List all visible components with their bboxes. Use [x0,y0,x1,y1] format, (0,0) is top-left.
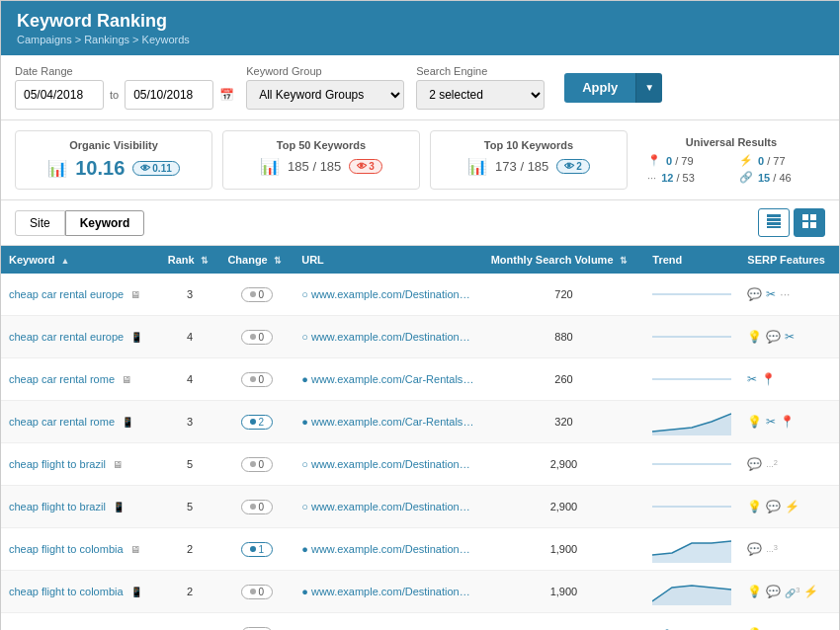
keyword-cell[interactable]: cheap flight to colombia 📱 [1,571,160,613]
change-cell: 0 [219,316,294,358]
change-badge: 1 [241,542,274,557]
trend-cell [644,316,739,358]
rank-cell: 3 [160,274,220,316]
table-header-row: Keyword ▲ Rank ⇅ Change ⇅ URL Monthly Se… [1,246,839,274]
apply-button[interactable]: Apply [564,73,635,103]
tab-site[interactable]: Site [15,210,65,236]
serp-chat-icon: 💬 [747,542,762,556]
keyword-cell[interactable]: cheap car rental europe 📱 [1,316,160,358]
ur-bolt-icon: ⚡ [739,154,753,167]
serp-cell: 💡···2 [739,613,839,631]
serp-more3-icon[interactable]: ···3 [766,543,778,556]
trend-cell [644,358,739,401]
table-row: cheap flight to brazil 📱 5 0 ○ www.examp… [1,486,839,528]
change-badge: 0 [241,585,274,599]
device-icon: 📱 [130,332,142,343]
ur-link-icon: 🔗 [739,171,753,184]
top50-bar-icon: 📊 [260,157,280,176]
keyword-cell[interactable]: cheap car rental rome 📱 [1,401,160,443]
page-title: Keyword Ranking [17,11,823,32]
keyword-table: Keyword ▲ Rank ⇅ Change ⇅ URL Monthly Se… [1,246,839,630]
url-cell[interactable]: ○ www.example.com/Destinations-In-Bra... [294,443,482,486]
ur-val-3: 12 / 53 [661,172,695,184]
table-row: cheap car rental europe 📱 4 0 ○ www.exam… [1,316,839,358]
date-from-input[interactable] [15,80,104,110]
url-cell[interactable]: ○ www.example.com/Destinations-In-Eur... [294,274,482,316]
top50-value: 📊 185 / 185 👁 3 [237,157,405,176]
ur-item-3: ··· 12 / 53 [647,171,723,184]
rank-cell: 5 [160,613,220,631]
top10-total: 185 [528,159,549,174]
serp-chat-icon: 💬 [766,330,781,344]
serp-cell: 💡✂📍 [739,401,839,443]
top10-eye-icon: 👁 [564,161,574,172]
keyword-cell[interactable]: cheap car rental rome 🖥 [1,358,160,401]
change-badge: 2 [241,415,274,430]
serp-more-icon[interactable]: ··· [780,287,790,301]
keyword-group-select[interactable]: All Keyword Groups [246,80,404,110]
change-cell: 0 [219,274,294,316]
table-view-button[interactable] [758,208,790,237]
top50-fraction: 185 / 185 [288,159,341,174]
table-row: cheap car rental rome 📱 3 2 ● www.exampl… [1,401,839,443]
serp-bulb-icon: 💡 [747,330,762,344]
date-range-group: Date Range to 📅 [15,65,234,110]
svg-rect-5 [810,214,816,220]
ur-item-4: 🔗 15 / 46 [739,171,815,184]
serp-snippet-icon: ✂ [747,372,757,386]
url-cell[interactable]: ● www.example.com/Car-Rentals-In-Rom... [294,358,482,401]
url-cell[interactable]: ● www.example.com/Car-Rentals-In-Rom... [294,401,482,443]
keyword-cell[interactable]: cheap flight to colombia 🖥 [1,528,160,571]
serp-chat-icon: 💬 [766,585,781,598]
volume-cell: 720 [483,274,645,316]
serp-snippet-icon: ✂ [766,287,776,301]
change-dot [250,419,256,425]
universal-results-card: Universal Results 📍 0 / 79 ⚡ 0 / 77 ··· … [637,130,825,190]
svg-marker-14 [652,541,731,563]
top10-value: 📊 173 / 185 👁 2 [445,157,613,176]
serp-icons: 💡💬✂ [747,330,831,344]
top10-bar-icon: 📊 [467,157,487,176]
device-icon: 🖥 [113,459,123,470]
change-dot [250,504,256,510]
url-cell[interactable]: ● www.example.com/Destinations-In-Col... [294,528,482,571]
serp-chat-icon: 💬 [766,500,781,513]
search-engine-select[interactable]: 2 selected [416,80,545,110]
top10-fraction: 173 / 185 [495,159,548,174]
change-cell: 0 [219,613,294,631]
universal-results-grid: 📍 0 / 79 ⚡ 0 / 77 ··· 12 / 53 🔗 15 / 46 [647,154,815,184]
url-cell[interactable]: ● www.example.com/Destinations-In-Col... [294,571,482,613]
organic-visibility-badge: 👁 0.11 [132,161,179,176]
url-cell[interactable]: ○ www.example.com/Destinations-In-Bra... [294,486,482,528]
rank-cell: 5 [160,443,220,486]
keyword-cell[interactable]: cheap flight to brazil 🖥 [1,443,160,486]
change-dot [250,334,256,340]
keyword-cell[interactable]: cheap flights 🖥 [1,613,160,631]
serp-more2-icon[interactable]: ···2 [766,458,778,471]
col-trend: Trend [644,246,739,274]
top50-total: 185 [320,159,342,174]
change-badge: 0 [241,287,274,302]
eye-icon: 👁 [140,163,150,174]
serp-cell: 💡💬⚡ [739,486,839,528]
volume-cell: 4,090,000 [483,613,645,631]
keyword-cell[interactable]: cheap car rental europe 🖥 [1,274,160,316]
change-badge: 0 [241,500,274,514]
search-engine-filter: Search Engine 2 selected [416,65,545,110]
grid-view-button[interactable] [794,208,825,237]
apply-dropdown-button[interactable]: ▼ [635,73,662,103]
top10-card: Top 10 Keywords 📊 173 / 185 👁 2 [430,130,628,190]
calendar-icon[interactable]: 📅 [219,88,234,102]
table-row: cheap flights 🖥 5 0 ○ www.example.com/Fl… [1,613,839,631]
keyword-cell[interactable]: cheap flight to brazil 📱 [1,486,160,528]
app-wrapper: Keyword Ranking Campaigns > Rankings > K… [0,0,840,630]
tab-keyword[interactable]: Keyword [65,210,145,236]
url-cell[interactable]: ○ www.example.com/Flights [294,613,482,631]
change-cell: 0 [219,358,294,401]
serp-bolt-icon: ⚡ [803,585,818,598]
url-cell[interactable]: ○ www.example.com/Destinations-In-Eur... [294,316,482,358]
ur-more-icon: ··· [647,172,656,184]
rank-cell: 4 [160,358,220,401]
date-to-input[interactable] [125,80,213,110]
volume-cell: 2,900 [483,486,645,528]
